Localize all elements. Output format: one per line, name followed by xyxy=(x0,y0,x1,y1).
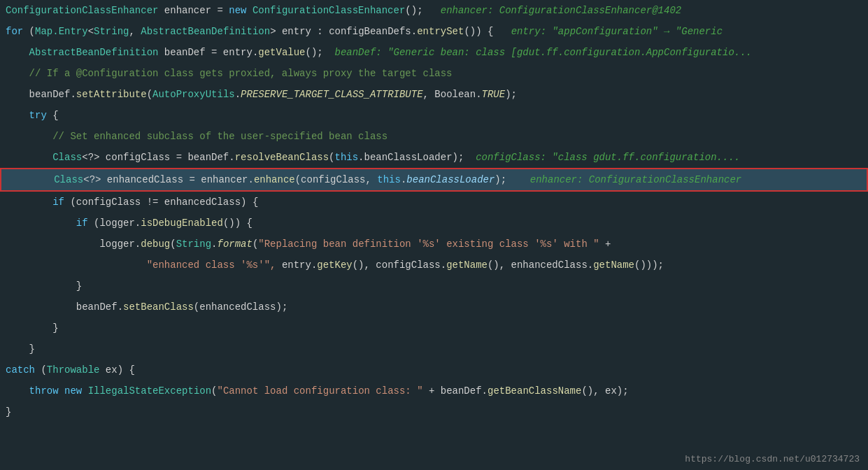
code-editor: ConfigurationClassEnhancer enhancer = ne… xyxy=(0,0,868,470)
code-line-7: // Set enhanced subclass of the user-spe… xyxy=(0,126,868,147)
code-line-15: beanDef.setBeanClass(enhancedClass); xyxy=(0,297,868,318)
token: ( xyxy=(329,152,334,163)
code-line-2: for (Map.Entry<String, AbstractBeanDefin… xyxy=(0,21,868,42)
token: (), enhancedClass. xyxy=(488,259,593,271)
token: enhancer: ConfigurationClassEnhancer xyxy=(530,174,741,185)
token xyxy=(6,110,29,121)
token: getName xyxy=(446,259,488,271)
token: ( xyxy=(23,26,35,37)
code-line-17: } xyxy=(0,339,868,359)
token xyxy=(7,174,54,185)
token: getKey xyxy=(317,259,352,271)
token xyxy=(6,259,147,271)
token: (), configClass. xyxy=(353,259,446,271)
code-line-9: Class<?> enhancedClass = enhancer.enhanc… xyxy=(0,168,868,192)
token: new xyxy=(64,385,82,397)
token: String xyxy=(94,26,129,37)
token: enhancer = xyxy=(158,5,229,16)
token: } xyxy=(6,280,82,292)
token: beanDef. xyxy=(6,89,76,100)
code-line-13: "enhanced class '%s'", entry.getKey(), c… xyxy=(0,255,868,276)
token: .beanClassLoader); xyxy=(358,152,476,163)
token: (configClass != enhancedClass) { xyxy=(64,197,258,208)
token: ( xyxy=(35,364,47,376)
token: , xyxy=(129,26,141,37)
token: AbstractBeanDefinition xyxy=(141,26,270,37)
token: + beanDef. xyxy=(423,385,488,397)
token: Throwable xyxy=(47,364,100,376)
token: ( xyxy=(147,89,152,100)
code-line-6: try { xyxy=(0,105,868,126)
token: "enhanced class '%s'", xyxy=(147,259,276,271)
token: ()) { xyxy=(223,218,252,229)
token: } xyxy=(6,343,35,355)
token: > entry : configBeanDefs. xyxy=(270,26,417,37)
token: Class xyxy=(54,174,83,185)
token xyxy=(6,131,52,142)
token: debug xyxy=(141,238,170,250)
token: Class xyxy=(52,152,82,163)
token: logger. xyxy=(6,238,141,250)
token xyxy=(246,5,252,16)
token: ()) { xyxy=(464,26,511,37)
token: } xyxy=(6,406,11,418)
token: beanDef = entry. xyxy=(158,47,258,58)
token: throw xyxy=(29,385,59,397)
token: for xyxy=(6,26,23,37)
token: IllegalStateException xyxy=(88,385,211,397)
url-bar: https://blog.csdn.net/u012734723 xyxy=(685,454,860,464)
token: beanDef. xyxy=(6,301,123,313)
token: entry: "appConfiguration" → "Generic xyxy=(511,26,723,37)
token: ( xyxy=(170,238,176,250)
token: <?> enhancedClass = enhancer. xyxy=(83,174,254,185)
token: entry. xyxy=(276,259,317,271)
token: try xyxy=(29,110,47,121)
token: < xyxy=(88,26,94,37)
token: // Set enhanced subclass of the user-spe… xyxy=(52,131,387,142)
token xyxy=(6,218,76,229)
token: getName xyxy=(593,259,634,271)
token: format xyxy=(217,238,252,250)
token: , Boolean. xyxy=(423,89,482,100)
code-line-18: catch (Throwable ex) { xyxy=(0,359,868,380)
code-line-16: } xyxy=(0,318,868,339)
token: (configClass, xyxy=(295,174,378,185)
code-line-8: Class<?> configClass = beanDef.resolveBe… xyxy=(0,147,868,168)
token: enhancer: ConfigurationClassEnhancer@140… xyxy=(441,5,681,16)
token: setBeanClass xyxy=(123,301,194,313)
token: if xyxy=(52,197,64,208)
token: // If a @Configuration class gets proxie… xyxy=(29,68,453,79)
token: TRUE xyxy=(482,89,506,100)
token: Map.Entry xyxy=(35,26,88,37)
token: "Cannot load configuration class: " xyxy=(218,385,423,397)
token: setAttribute xyxy=(76,89,147,100)
token: (); xyxy=(306,47,335,58)
token: configClass: "class gdut.ff.configuratio… xyxy=(476,152,740,163)
token: "Replacing bean definition '%s' existing… xyxy=(258,238,599,250)
token: beanClassLoader xyxy=(406,174,495,185)
token: if xyxy=(76,218,88,229)
token: getValue xyxy=(258,47,305,58)
token xyxy=(6,197,52,208)
code-line-14: } xyxy=(0,276,868,297)
token xyxy=(82,385,87,397)
code-line-19: throw new IllegalStateException("Cannot … xyxy=(0,380,868,401)
token: new xyxy=(229,5,246,16)
token: ); xyxy=(505,89,517,100)
token xyxy=(6,68,29,79)
token: String xyxy=(176,238,211,250)
token: ); xyxy=(495,174,529,185)
token: this xyxy=(335,152,359,163)
code-line-10: if (configClass != enhancedClass) { xyxy=(0,192,868,213)
token: entrySet xyxy=(417,26,464,37)
token: { xyxy=(47,110,59,121)
code-line-20: } xyxy=(0,401,868,422)
token: this xyxy=(377,174,401,185)
token: ex) { xyxy=(99,364,134,376)
token: enhance xyxy=(254,174,295,185)
token: isDebugEnabled xyxy=(141,218,223,229)
token xyxy=(6,385,29,397)
token: ())); xyxy=(634,259,664,271)
token xyxy=(6,152,52,163)
token: } xyxy=(6,322,59,334)
